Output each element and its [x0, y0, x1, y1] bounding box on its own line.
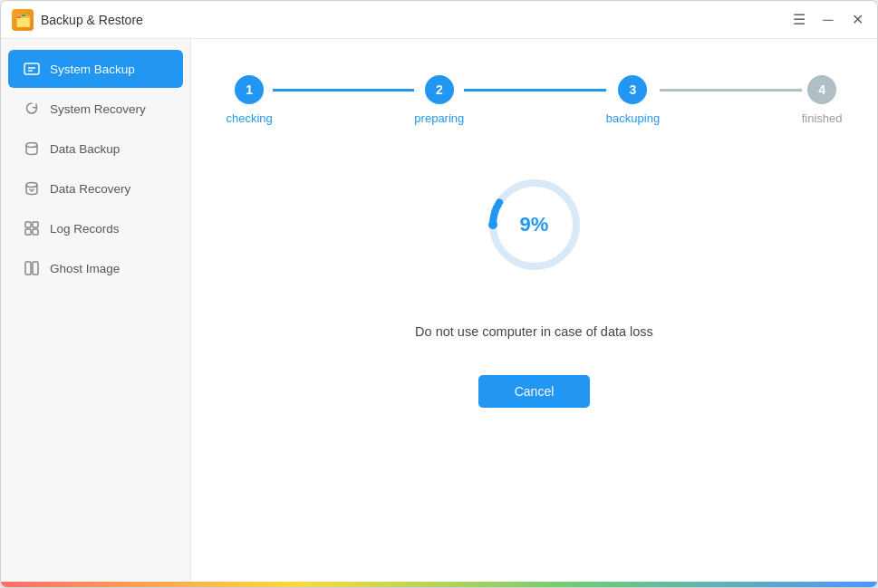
- step-line-2-3: [464, 89, 606, 92]
- progress-ring: 9%: [480, 170, 589, 279]
- svg-rect-5: [25, 222, 31, 227]
- svg-point-13: [488, 220, 497, 229]
- system-backup-icon: [23, 60, 41, 78]
- progress-percent: 9%: [520, 213, 549, 236]
- svg-rect-9: [25, 262, 31, 275]
- step-3-circle: 3: [618, 75, 647, 104]
- step-4-circle: 4: [807, 75, 836, 104]
- sidebar-label-system-recovery: System Recovery: [50, 102, 146, 116]
- progress-container: 9%: [480, 170, 589, 297]
- sidebar-item-ghost-image[interactable]: Ghost Image: [8, 249, 183, 287]
- step-4: 4 finished: [802, 75, 843, 125]
- sidebar-item-system-recovery[interactable]: System Recovery: [8, 90, 183, 128]
- steps-container: 1 checking 2 preparing 3 backuping: [227, 75, 843, 125]
- step-2-circle: 2: [425, 75, 454, 104]
- step-line-3-4: [660, 89, 802, 92]
- svg-rect-0: [24, 63, 39, 74]
- svg-rect-8: [33, 229, 38, 235]
- sidebar-item-data-recovery[interactable]: Data Recovery: [8, 169, 183, 207]
- step-2-label: preparing: [414, 111, 464, 125]
- system-recovery-icon: [23, 100, 41, 118]
- sidebar-item-data-backup[interactable]: Data Backup: [8, 130, 183, 168]
- sidebar-label-ghost-image: Ghost Image: [50, 262, 120, 275]
- svg-point-3: [26, 143, 37, 148]
- data-backup-icon: [23, 140, 41, 158]
- step-1-label: checking: [227, 111, 273, 125]
- step-2: 2 preparing: [414, 75, 464, 125]
- data-recovery-icon: [23, 179, 41, 198]
- minimize-button[interactable]: ─: [819, 11, 837, 29]
- sidebar-item-log-records[interactable]: Log Records: [8, 209, 183, 247]
- cancel-button[interactable]: Cancel: [478, 375, 591, 408]
- sidebar-label-data-recovery: Data Recovery: [50, 182, 130, 196]
- step-line-1-2: [273, 89, 415, 92]
- sidebar-label-system-backup: System Backup: [50, 63, 135, 76]
- sidebar-label-log-records: Log Records: [50, 222, 120, 236]
- ghost-image-icon: [23, 259, 41, 277]
- window-controls: ☰ ─ ✕: [790, 11, 866, 29]
- svg-rect-7: [25, 229, 31, 235]
- sidebar-label-data-backup: Data Backup: [50, 142, 120, 156]
- app-icon: 🗂️: [12, 9, 34, 31]
- step-1: 1 checking: [227, 75, 273, 125]
- sidebar: System Backup System Recovery: [1, 39, 191, 582]
- content-area: System Backup System Recovery: [1, 39, 877, 582]
- step-4-label: finished: [802, 111, 843, 125]
- svg-point-4: [26, 183, 37, 188]
- svg-rect-6: [33, 222, 38, 227]
- close-button[interactable]: ✕: [848, 11, 866, 29]
- app-window: 🗂️ Backup & Restore ☰ ─ ✕: [0, 0, 878, 588]
- step-3: 3 backuping: [606, 75, 660, 125]
- step-1-circle: 1: [235, 75, 264, 104]
- app-title: Backup & Restore: [41, 13, 790, 27]
- titlebar: 🗂️ Backup & Restore ☰ ─ ✕: [1, 1, 877, 39]
- step-3-label: backuping: [606, 111, 660, 125]
- bottom-bar: [1, 582, 877, 587]
- log-records-icon: [23, 219, 41, 237]
- main-content: 1 checking 2 preparing 3 backuping: [191, 39, 877, 582]
- menu-button[interactable]: ☰: [790, 11, 808, 29]
- svg-rect-10: [33, 262, 38, 275]
- sidebar-item-system-backup[interactable]: System Backup: [8, 50, 183, 88]
- warning-text: Do not use computer in case of data loss: [415, 324, 653, 339]
